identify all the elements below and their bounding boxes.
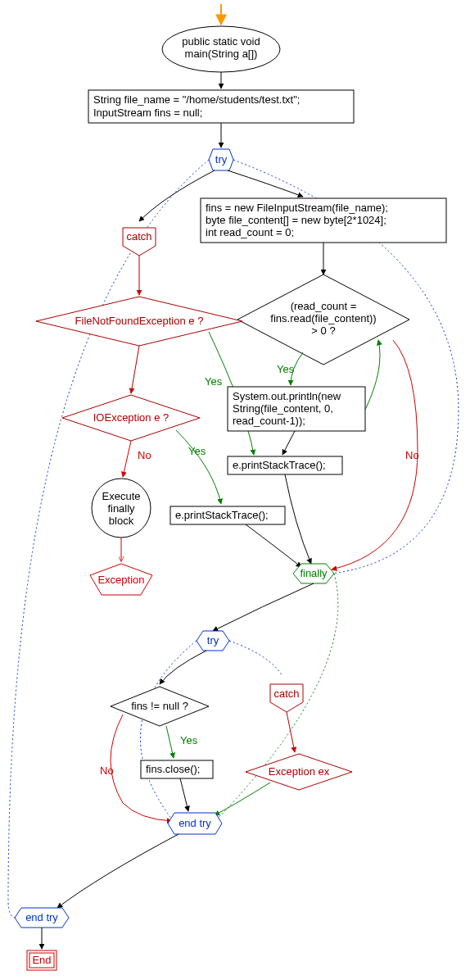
inner-try-dashed-right — [229, 641, 282, 676]
trybody-l1: fins = new FileInputStream(file_name); — [206, 202, 388, 214]
finsnull-text: fins != null ? — [131, 700, 188, 712]
try-dashed-left — [8, 160, 209, 918]
readcond-l3: > 0 ? — [311, 324, 335, 337]
edge-ex-endtry — [215, 783, 270, 815]
inner-catch: catch — [270, 684, 303, 712]
no-1: No — [405, 449, 419, 461]
readcond-l2: fins.read(file_content)) — [270, 312, 376, 324]
exception-text: Exception — [97, 574, 144, 586]
main-sig-l2: main(String a[]) — [185, 48, 258, 60]
println-box: System.out.println(new String(file_conte… — [228, 387, 365, 431]
edge-close-endtry — [180, 778, 188, 811]
try-label: try — [215, 153, 228, 166]
exception-ex-diamond: Exception ex — [246, 754, 352, 790]
fins-null-diamond: fins != null ? — [111, 687, 209, 726]
finally-hex: finally — [293, 564, 334, 583]
yes-4: Yes — [180, 734, 198, 746]
read-cond-diamond: (read_count = fins.read(file_content)) >… — [237, 274, 409, 365]
edge-st2-finally — [246, 524, 301, 567]
catch-label: catch — [126, 230, 151, 243]
yes-3: Yes — [188, 445, 206, 457]
trybody-l3: int read_count = 0; — [206, 226, 294, 238]
yes-2: Yes — [205, 375, 223, 388]
exception-pentagon: Exception — [90, 564, 152, 595]
ef-l1: Execute — [102, 490, 141, 502]
fnf-text: FileNotFoundException e ? — [75, 315, 204, 327]
inner-end-try: end try — [168, 813, 222, 834]
edge-innercatch-down — [287, 712, 295, 752]
readcond-l1: (read_count = — [291, 300, 357, 312]
init-box: String file_name = "/home/students/test.… — [88, 90, 354, 123]
ex-ex-text: Exception ex — [269, 765, 330, 778]
yes-1: Yes — [277, 363, 295, 375]
exec-finally-circle: Execute finally block — [92, 479, 151, 538]
edge-try-body — [228, 170, 303, 197]
inner-catch-label: catch — [273, 687, 299, 700]
end-node: End — [27, 951, 56, 970]
edge-ioe-no — [123, 441, 131, 477]
edge-innerend-outerend — [57, 834, 179, 908]
edge-st1-finally — [285, 474, 311, 564]
finally-label: finally — [300, 567, 328, 579]
inner-try: try — [197, 631, 229, 651]
inner-endtry-label: end try — [179, 817, 211, 829]
inner-try-label: try — [207, 634, 219, 647]
main-signature-node: public static void main(String a[]) — [162, 26, 280, 72]
println-l2: String(file_content, 0, — [233, 402, 333, 415]
no-3: No — [100, 764, 114, 777]
println-l1: System.out.println(new — [233, 390, 341, 402]
println-l3: read_count-1)); — [233, 415, 305, 427]
outer-end-try: end try — [15, 908, 69, 928]
st1-text: e.printStackTrace(); — [233, 459, 326, 471]
edge-println-loopback — [365, 340, 380, 410]
edge-finally-try2 — [213, 583, 314, 631]
ef-l3: block — [109, 515, 134, 527]
try-body-box: fins = new FileInputStream(file_name); b… — [201, 198, 446, 243]
st2-text: e.printStackTrace(); — [175, 509, 269, 521]
ef-l2: finally — [107, 502, 135, 515]
outer-catch: catch — [123, 228, 156, 256]
trybody-l2: byte file_content[] = new byte[2*1024]; — [206, 214, 386, 226]
edge-finsnull-yes — [166, 726, 174, 758]
fins-close-box: fins.close(); — [141, 760, 213, 778]
ioe-diamond: IOException e ? — [62, 395, 200, 441]
init-l1: String file_name = "/home/students/test.… — [93, 93, 300, 106]
edge-println-down — [282, 431, 295, 455]
finsclose-text: fins.close(); — [146, 763, 200, 775]
ioe-text: IOException e ? — [93, 411, 169, 424]
no-2: No — [138, 449, 151, 461]
end-text: End — [32, 954, 51, 966]
edge-innertry-cond — [160, 651, 206, 684]
inner-try-dashed-left — [140, 641, 197, 819]
edge-fnf-next — [131, 346, 139, 393]
main-sig-l1: public static void — [182, 35, 260, 48]
outer-endtry-label: end try — [25, 911, 58, 923]
edge-ioe-yes — [176, 430, 221, 504]
fnf-diamond: FileNotFoundException e ? — [36, 297, 242, 346]
init-l2: InputStream fins = null; — [93, 107, 202, 119]
stacktrace-box-1: e.printStackTrace(); — [228, 456, 342, 474]
stacktrace-box-2: e.printStackTrace(); — [170, 506, 285, 524]
outer-try: try — [209, 149, 233, 170]
